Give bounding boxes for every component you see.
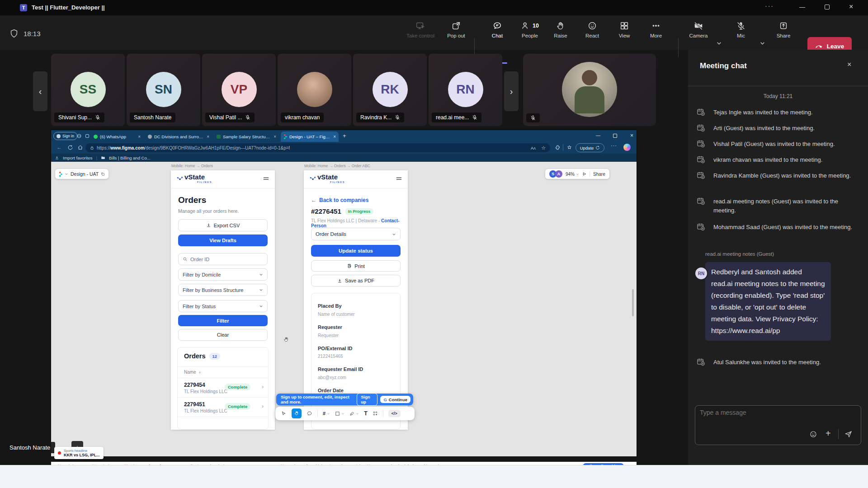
tab-close-icon[interactable]: × <box>333 134 336 139</box>
new-tab-button[interactable]: + <box>343 132 346 139</box>
attach-plus-icon[interactable]: + <box>826 428 831 439</box>
pen-tool[interactable] <box>349 411 359 416</box>
chat-button[interactable]: Chat <box>479 21 515 38</box>
browser-close-icon[interactable]: × <box>630 132 633 139</box>
view-drafts-button[interactable]: View Drafts <box>178 235 268 246</box>
google-continue-button[interactable]: GContinue <box>380 396 410 403</box>
maximize-button[interactable] <box>825 5 830 9</box>
browser-tab-salary-sheet[interactable]: Sample Salary Structure with calc × <box>214 131 279 142</box>
view-button[interactable]: View <box>606 21 642 38</box>
close-chat-icon[interactable]: × <box>847 61 851 69</box>
column-header-name[interactable]: Name <box>184 370 202 375</box>
hamburger-menu-icon[interactable] <box>396 176 402 182</box>
filter-status-dropdown[interactable]: Filter by Status <box>178 300 268 312</box>
update-status-button[interactable]: Update status <box>311 245 401 257</box>
close-button[interactable]: × <box>849 3 853 11</box>
react-button[interactable]: React <box>574 21 610 38</box>
bookmark-bills-folder[interactable]: Bills | Billing and Co... <box>109 155 151 160</box>
filter-business-structure-dropdown[interactable]: Filter by Business Structure <box>178 284 268 296</box>
filter-domicile-dropdown[interactable]: Filter by Domicile <box>178 268 268 281</box>
extensions-icon[interactable] <box>555 145 561 150</box>
canvas-scrollbar[interactable] <box>632 289 634 316</box>
export-csv-button[interactable]: Export CSV <box>178 219 268 231</box>
chat-date-header: Today 11:21 <box>688 93 868 99</box>
share-button[interactable]: Share <box>765 21 802 38</box>
duplicate-icon[interactable] <box>101 172 105 176</box>
mic-button[interactable]: Mic <box>726 21 756 38</box>
participant-tile[interactable]: RN read.ai mee... <box>429 54 502 126</box>
tab-close-icon[interactable]: × <box>138 134 141 139</box>
favorites-bar-icon[interactable] <box>566 145 572 150</box>
hand-tool-active[interactable] <box>292 408 302 418</box>
sign-up-button[interactable]: Sign up <box>357 393 377 406</box>
pop-out-button[interactable]: Pop out <box>438 21 474 38</box>
participant-tile[interactable]: SS Shivani Sup... <box>51 54 125 126</box>
move-tool-icon[interactable] <box>281 411 287 417</box>
sports-headline-widget[interactable]: Sports headline KKR vs LSG, IPL... <box>54 447 104 459</box>
comment-tool-icon[interactable] <box>307 411 312 417</box>
participant-tile[interactable]: RK Ravindra K... <box>353 54 427 126</box>
browser-update-button[interactable]: Update <box>576 143 604 152</box>
more-button[interactable]: More <box>638 21 674 38</box>
frame-breadcrumb[interactable]: Mobile: Home → Orders → Order ABC <box>304 164 370 168</box>
actions-tool-icon[interactable] <box>373 411 378 416</box>
bookmark-import-favorites[interactable]: Import favorites <box>63 155 92 160</box>
save-as-pdf-button[interactable]: Save as PDF <box>311 275 401 286</box>
read-aloud-icon[interactable]: Aᐱ <box>531 145 536 150</box>
print-button[interactable]: Print <box>311 260 401 272</box>
browser-minimize-icon[interactable]: — <box>596 133 600 138</box>
back-icon[interactable]: ← <box>57 144 62 150</box>
order-details-dropdown[interactable]: Order Details <box>311 228 401 240</box>
camera-button[interactable]: Camera <box>684 21 713 38</box>
camera-options-chevron-icon[interactable] <box>716 40 722 48</box>
browser-tab-figma-active[interactable]: Design - UAT – Figma × <box>281 131 339 142</box>
message-input[interactable] <box>699 408 821 417</box>
collaborator-avatar[interactable]: A <box>555 170 562 178</box>
text-tool-icon[interactable]: T <box>364 410 368 417</box>
hamburger-menu-icon[interactable] <box>263 176 269 182</box>
dev-mode-toggle[interactable]: </> <box>388 410 401 417</box>
next-participants-button[interactable]: › <box>504 71 519 111</box>
emoji-icon[interactable] <box>809 430 817 438</box>
participant-tile[interactable]: SN Santosh Narate <box>127 54 200 126</box>
frame-breadcrumb[interactable]: Mobile: Home → Orders <box>171 164 213 168</box>
chat-message-bubble[interactable]: Redberyl and Santosh added read.ai meeti… <box>705 262 831 341</box>
figma-share-button[interactable]: Share <box>593 172 605 177</box>
browser-maximize-icon[interactable] <box>613 134 617 138</box>
shape-tool[interactable] <box>335 411 344 416</box>
favorite-star-icon[interactable]: ☆ <box>541 145 546 151</box>
mic-options-chevron-icon[interactable] <box>760 40 765 48</box>
browser-tab-whatsapp[interactable]: (6) WhatsApp × <box>91 131 143 142</box>
figma-canvas[interactable]: Design - UAT S A 94% Share Mobile: Home … <box>51 162 637 456</box>
clear-button[interactable]: Clear <box>178 329 268 341</box>
tab-close-icon[interactable]: × <box>207 134 209 139</box>
browser-tab-dc-divisions[interactable]: DC Divisions and Surroundings × <box>145 131 212 142</box>
participant-tile[interactable]: vikram chavan <box>278 54 351 126</box>
frame-tool[interactable]: # <box>323 411 330 416</box>
present-icon[interactable] <box>582 172 586 176</box>
titlebar-more-icon[interactable]: ··· <box>765 2 774 9</box>
back-to-companies-link[interactable]: ← Back to companies <box>311 197 368 203</box>
tab-actions-icon[interactable] <box>85 133 90 139</box>
minimize-button[interactable]: — <box>799 4 805 10</box>
raise-hand-button[interactable]: Raise <box>542 21 579 38</box>
search-icon <box>183 257 188 262</box>
address-bar[interactable]: https://www.figma.com/design/9BKQ0FOHRWa… <box>85 143 550 152</box>
browser-sign-in-button[interactable]: Sign in <box>53 132 77 140</box>
copilot-icon[interactable] <box>623 144 631 151</box>
order-id-search-input[interactable]: Order ID <box>178 253 268 265</box>
zoom-control[interactable]: 94% <box>566 172 579 177</box>
design-frame-orders[interactable]: vState FILINGS Orders Manage all your or… <box>171 170 275 430</box>
refresh-icon[interactable] <box>67 145 73 150</box>
send-icon[interactable] <box>844 430 853 438</box>
figma-file-chip[interactable]: Design - UAT <box>55 169 108 179</box>
tab-close-icon[interactable]: × <box>274 134 276 139</box>
participant-tile[interactable]: VP Vishal Patil ... <box>202 54 276 126</box>
design-frame-order-detail[interactable]: vState FILINGS ← Back to companies #2276… <box>304 170 408 430</box>
spotlight-participant-tile[interactable] <box>523 54 656 126</box>
browser-menu-icon[interactable]: ··· <box>611 143 617 148</box>
home-icon[interactable] <box>77 145 83 150</box>
workspaces-icon[interactable] <box>76 133 82 139</box>
filter-button[interactable]: Filter <box>178 315 268 326</box>
previous-participants-button[interactable]: ‹ <box>33 71 47 111</box>
